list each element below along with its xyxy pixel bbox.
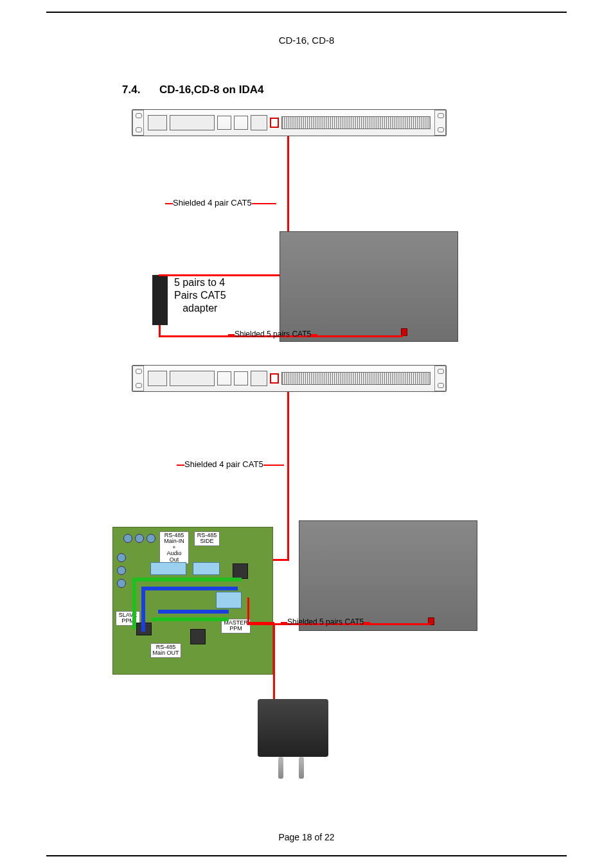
cd-device-lower	[299, 520, 477, 631]
power-supply	[258, 699, 328, 757]
pcb-label-main-in: RS-485 Main-IN + Audio Out	[159, 531, 189, 564]
cable-label-5pair-b: Shielded 5 pairs CAT5	[281, 617, 370, 626]
page-top-rule	[46, 12, 567, 13]
psu-prong-left	[278, 757, 283, 779]
cable-label-4pair-a: Shielded 4 pair CAT5	[165, 198, 276, 208]
ida4-unit-top	[132, 109, 447, 136]
cable-red-mid	[287, 392, 289, 559]
cat5-adapter	[152, 275, 168, 325]
cable-label-4pair-b: Shielded 4 pair CAT5	[177, 459, 284, 469]
psu-prong-right	[299, 757, 304, 779]
page-header: CD-16, CD-8	[0, 35, 613, 46]
page-bottom-rule	[46, 855, 567, 856]
ida4-unit-middle	[132, 365, 447, 392]
adapter-label: 5 pairs to 4 Pairs CAT5 adapter	[174, 276, 226, 315]
connection-diagram: Shielded 4 pair CAT5 5 pairs to 4 Pairs …	[112, 109, 459, 803]
pcb-label-main-out: RS-485 Main OUT	[150, 643, 181, 658]
rj45-port-mid	[270, 373, 279, 384]
rj45-port-top	[270, 118, 279, 128]
section-title: CD-16,CD-8 on IDA4	[159, 84, 263, 96]
section-number: 7.4.	[122, 84, 140, 96]
page-footer: Page 18 of 22	[0, 832, 613, 842]
cable-label-5pair-a: Shielded 5 pairs CAT5	[228, 330, 317, 339]
cable-red-to-adapter	[159, 274, 288, 276]
cd-device-upper	[280, 231, 458, 342]
pcb-label-side: RS-485 SIDE	[194, 531, 220, 546]
